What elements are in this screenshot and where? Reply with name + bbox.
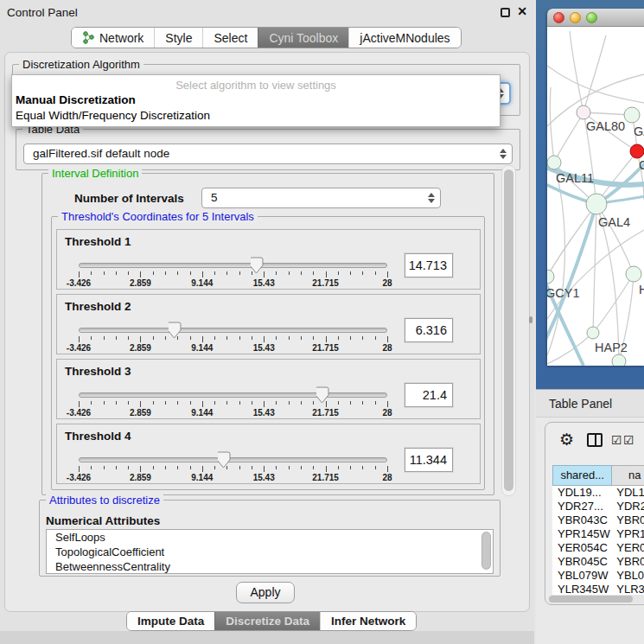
network-node[interactable]	[630, 144, 644, 158]
slider-tick	[128, 401, 129, 405]
attribute-item-topologicalcoefficient[interactable]: TopologicalCoefficient	[47, 545, 493, 559]
threshold-slider[interactable]: -3.4262.8599.14415.4321.71528	[79, 424, 387, 485]
table-row[interactable]: YBR045CYBR0	[552, 555, 644, 569]
column-view-icon[interactable]	[587, 433, 603, 447]
slider-track[interactable]	[79, 392, 387, 398]
tab-cyni-toolbox[interactable]: Cyni Toolbox	[258, 28, 348, 48]
tab-style[interactable]: Style	[154, 28, 202, 48]
node-label-h: H	[639, 283, 644, 296]
algorithm-dropdown-popup: Select algorithm to view settings Manual…	[11, 74, 501, 127]
table-data-combo[interactable]: galFiltered.sif default node	[23, 143, 513, 164]
zoom-traffic-light-icon[interactable]	[586, 12, 597, 23]
slider-handle[interactable]	[251, 257, 264, 274]
slider-track[interactable]	[79, 328, 387, 333]
slider-tick	[252, 466, 252, 469]
split-pane-grip[interactable]	[529, 316, 532, 323]
bottom-tab-impute-data[interactable]: Impute Data	[127, 612, 214, 630]
table-row[interactable]: YBR043CYBR0	[552, 513, 644, 527]
close-traffic-light-icon[interactable]	[553, 12, 564, 23]
attributes-group: Attributes to discretize Numerical Attri…	[39, 500, 501, 577]
threshold-slider[interactable]: -3.4262.8599.14415.4321.71528	[79, 295, 387, 355]
slider-tick-label: 9.144	[191, 473, 213, 482]
checkbox-icon[interactable]: ☑	[611, 433, 622, 447]
network-view[interactable]: GAL80GACGAL11GAL4GCY1HHAP2	[547, 27, 644, 366]
slider-track[interactable]	[79, 457, 387, 462]
threshold-slider[interactable]: -3.4262.8599.14415.4321.71528	[79, 360, 387, 420]
checkbox-icon[interactable]: ☑	[623, 433, 634, 447]
node-table[interactable]: shared...na YDL19...YDL1YDR27...YDR2YBR0…	[552, 465, 644, 595]
settings-scrollbar-thumb[interactable]	[504, 169, 513, 491]
settings-scrollbar[interactable]	[501, 165, 516, 496]
threshold-value-field[interactable]: 14.713	[405, 253, 453, 277]
tab-jactivemnodules[interactable]: jActiveMNodules	[348, 28, 460, 48]
bottom-tab-discretize-data[interactable]: Discretize Data	[214, 612, 320, 630]
table-hscrollbar[interactable]	[548, 595, 644, 603]
slider-tick	[165, 466, 166, 469]
threshold-value-field[interactable]: 11.344	[405, 448, 453, 472]
number-of-intervals-combo[interactable]: 5	[201, 188, 441, 208]
column-header-2[interactable]: na	[612, 465, 644, 486]
network-node[interactable]	[586, 194, 607, 214]
close-icon[interactable]: ✕	[517, 4, 527, 18]
table-row[interactable]: YPR145WYPR1	[552, 527, 644, 541]
threshold-value-field[interactable]: 21.4	[405, 383, 453, 407]
table-header-row: shared...na	[552, 465, 644, 486]
slider-tick	[153, 401, 154, 405]
table-cell: YER054C	[552, 541, 612, 555]
tab-select[interactable]: Select	[202, 28, 258, 48]
table-row[interactable]: YBL079WYBL0	[552, 569, 644, 583]
slider-tick	[165, 401, 166, 405]
threshold-box-4: Threshold 4-3.4262.8599.14415.4321.71528…	[56, 424, 481, 484]
table-row[interactable]: YDR27...YDR2	[552, 500, 644, 513]
minimize-traffic-light-icon[interactable]	[570, 12, 581, 23]
threshold-value-field[interactable]: 6.316	[405, 318, 453, 342]
table-cell: YBR043C	[552, 513, 612, 527]
gear-icon[interactable]: ⚙	[559, 430, 574, 450]
network-node[interactable]	[626, 266, 641, 282]
numerical-attributes-list[interactable]: SelfLoopsTopologicalCoefficientBetweenne…	[46, 529, 494, 574]
column-header-1[interactable]: shared...	[552, 465, 612, 486]
float-window-icon[interactable]	[501, 8, 510, 17]
slider-tick	[362, 466, 363, 469]
slider-handle[interactable]	[316, 386, 329, 404]
bottom-tab-infer-network[interactable]: Infer Network	[320, 612, 416, 630]
number-of-intervals-value: 5	[211, 191, 218, 204]
network-node[interactable]	[547, 156, 561, 169]
table-hscrollbar-thumb[interactable]	[549, 596, 633, 603]
attribute-item-selfloops[interactable]: SelfLoops	[47, 530, 493, 545]
threshold-slider[interactable]: -3.4262.8599.14415.4321.71528	[79, 230, 387, 290]
slider-tick-label: 15.43	[253, 408, 275, 418]
popup-item-manual-discretization[interactable]: Manual Discretization	[16, 93, 136, 106]
table-row[interactable]: YLR345WYLR3	[552, 583, 644, 595]
slider-track[interactable]	[79, 263, 387, 268]
table-panel-title: Table Panel	[549, 397, 612, 411]
apply-button[interactable]: Apply	[236, 582, 295, 603]
slider-tick-label: 9.144	[191, 278, 213, 288]
table-cell: YPR145W	[552, 527, 612, 541]
network-node[interactable]	[577, 105, 590, 119]
popup-item-equal-width-frequency-discretization[interactable]: Equal Width/Frequency Discretization	[16, 109, 210, 122]
slider-tick	[350, 466, 351, 469]
tab-label: jActiveMNodules	[360, 31, 450, 45]
network-node[interactable]	[612, 354, 626, 366]
tab-network[interactable]: Network	[72, 28, 154, 48]
slider-tick	[313, 466, 314, 469]
network-node[interactable]	[624, 107, 640, 123]
table-row[interactable]: YER054CYER0	[552, 541, 644, 555]
slider-tick	[338, 466, 339, 469]
network-window-titlebar[interactable]	[547, 9, 644, 27]
network-node[interactable]	[547, 270, 554, 284]
slider-tick	[387, 271, 388, 277]
main-tab-bar: NetworkStyleSelectCyni ToolboxjActiveMNo…	[71, 27, 462, 48]
slider-tick	[104, 336, 105, 340]
table-row[interactable]: YDL19...YDL1	[552, 486, 644, 500]
network-node[interactable]	[587, 327, 599, 339]
interval-definition-group: Interval Definition Number of Intervals …	[41, 173, 494, 495]
network-icon	[82, 31, 95, 44]
attribute-item-betweennesscentrality[interactable]: BetweennessCentrality	[47, 559, 493, 574]
slider-handle[interactable]	[169, 322, 182, 339]
slider-tick	[338, 271, 339, 275]
slider-handle[interactable]	[218, 451, 231, 469]
attributes-scrollbar-thumb[interactable]	[481, 532, 491, 570]
tab-label: Select	[214, 31, 247, 45]
